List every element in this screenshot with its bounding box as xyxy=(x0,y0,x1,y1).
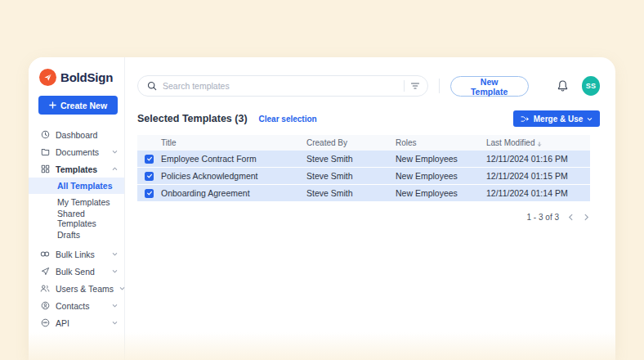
sidebar-item-shared-templates[interactable]: Shared Templates xyxy=(29,210,124,227)
main-content: New Template SS Selected Templates (3) C… xyxy=(125,57,615,360)
bell-icon[interactable] xyxy=(557,79,569,92)
template-title: Employee Contract Form xyxy=(161,154,306,164)
clear-selection-link[interactable]: Clear selection xyxy=(259,115,317,124)
chevron-down-icon xyxy=(112,251,118,257)
topbar: New Template SS xyxy=(137,75,600,97)
chevron-down-icon xyxy=(112,268,118,274)
template-roles: New Employees xyxy=(396,154,486,164)
column-header-last-modified[interactable]: Last Modified xyxy=(486,138,590,147)
template-roles: New Employees xyxy=(396,188,486,198)
sidebar: BoldSign Create New Dashboard Documents xyxy=(29,57,125,360)
chevron-left-icon[interactable] xyxy=(567,214,575,221)
sidebar-item-bulk-send[interactable]: Bulk Send xyxy=(29,263,124,280)
row-checkbox-checked[interactable] xyxy=(145,155,154,164)
sidebar-item-users-teams[interactable]: Users & Teams xyxy=(29,280,124,297)
sort-icon xyxy=(537,142,542,147)
avatar[interactable]: SS xyxy=(582,76,601,96)
template-created-by: Steve Smith xyxy=(306,188,396,198)
topbar-divider xyxy=(439,79,440,93)
pagination: 1 - 3 of 3 xyxy=(137,213,590,222)
selected-templates-title: Selected Templates (3) xyxy=(137,113,248,124)
search-divider xyxy=(404,80,405,92)
row-checkbox-checked[interactable] xyxy=(145,189,154,198)
column-header-roles[interactable]: Roles xyxy=(396,138,486,147)
template-created-by: Steve Smith xyxy=(306,154,396,164)
table-row[interactable]: Employee Contract Form Steve Smith New E… xyxy=(137,151,590,168)
sidebar-item-api[interactable]: API xyxy=(29,314,124,331)
row-checkbox-checked[interactable] xyxy=(145,172,154,181)
sidebar-item-my-templates[interactable]: My Templates xyxy=(29,194,124,210)
sidebar-item-documents[interactable]: Documents xyxy=(29,143,124,160)
chevron-down-icon xyxy=(587,116,593,122)
boldsign-logo-icon xyxy=(39,69,56,86)
table-header-row: Title Created By Roles Last Modified xyxy=(137,135,590,151)
chevron-right-icon[interactable] xyxy=(583,214,590,221)
template-last-modified: 12/11/2024 01:16 PM xyxy=(486,154,590,164)
template-roles: New Employees xyxy=(396,171,486,181)
column-header-created-by[interactable]: Created By xyxy=(306,138,396,147)
create-new-button[interactable]: Create New xyxy=(38,96,118,115)
search-icon xyxy=(147,81,157,91)
brand-logo: BoldSign xyxy=(29,69,124,86)
template-last-modified: 12/11/2024 01:14 PM xyxy=(486,188,590,198)
sidebar-item-templates[interactable]: Templates xyxy=(29,160,124,178)
plus-icon xyxy=(49,101,56,109)
template-last-modified: 12/11/2024 01:15 PM xyxy=(486,171,590,181)
sidebar-item-bulk-links[interactable]: Bulk Links xyxy=(29,245,124,263)
chevron-down-icon xyxy=(112,320,118,326)
contact-icon xyxy=(40,301,50,310)
grid-icon xyxy=(40,164,50,173)
send-icon xyxy=(40,267,50,276)
filter-icon[interactable] xyxy=(410,82,420,90)
search-field xyxy=(137,75,428,97)
templates-table: Title Created By Roles Last Modified Emp… xyxy=(137,135,590,202)
brand-name: BoldSign xyxy=(60,70,113,84)
app-window: BoldSign Create New Dashboard Documents xyxy=(29,57,615,360)
table-row[interactable]: Onboarding Agreement Steve Smith New Emp… xyxy=(137,185,590,202)
chevron-down-icon xyxy=(112,149,118,155)
pagination-range: 1 - 3 of 3 xyxy=(527,213,559,222)
new-template-button[interactable]: New Template xyxy=(450,76,529,97)
merge-icon xyxy=(521,115,530,123)
clock-icon xyxy=(40,130,50,139)
merge-use-button[interactable]: Merge & Use xyxy=(513,110,601,127)
sidebar-item-dashboard[interactable]: Dashboard xyxy=(29,126,124,143)
sidebar-item-drafts[interactable]: Drafts xyxy=(29,227,124,243)
users-icon xyxy=(40,284,50,293)
search-input[interactable] xyxy=(163,81,398,91)
api-icon xyxy=(40,318,50,327)
folder-icon xyxy=(40,147,50,156)
selection-toolbar: Selected Templates (3) Clear selection M… xyxy=(137,110,600,127)
chevron-down-icon xyxy=(119,286,125,291)
sidebar-item-contacts[interactable]: Contacts xyxy=(29,297,124,314)
template-title: Policies Acknowledgment xyxy=(161,171,306,181)
links-icon xyxy=(40,250,50,259)
table-row[interactable]: Policies Acknowledgment Steve Smith New … xyxy=(137,168,590,185)
template-created-by: Steve Smith xyxy=(306,171,396,181)
column-header-title[interactable]: Title xyxy=(161,138,306,147)
template-title: Onboarding Agreement xyxy=(161,188,306,198)
sidebar-item-all-templates[interactable]: All Templates xyxy=(29,178,124,194)
chevron-up-icon xyxy=(112,166,118,172)
chevron-down-icon xyxy=(112,303,118,308)
